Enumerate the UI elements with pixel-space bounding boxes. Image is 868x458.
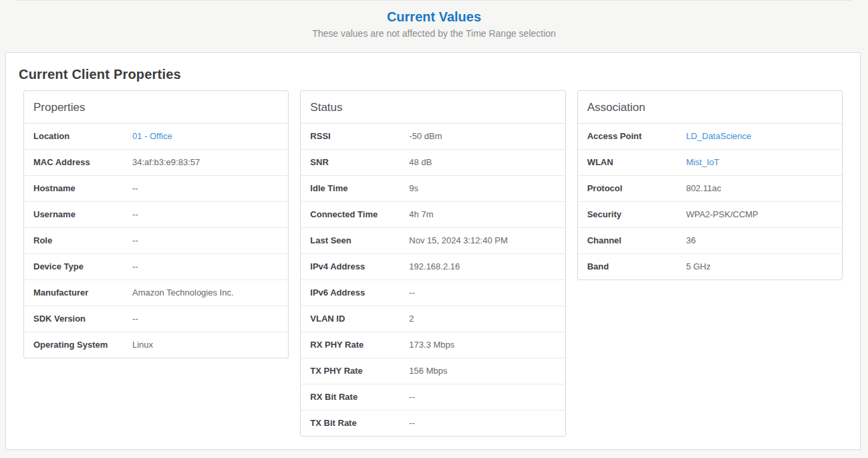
property-value: -- bbox=[409, 418, 415, 429]
card-heading: Current Client Properties bbox=[19, 66, 843, 82]
property-label: SNR bbox=[310, 157, 409, 168]
panel-status: Status RSSI -50 dBm SNR 48 dB Idle Time … bbox=[300, 90, 565, 437]
property-label: Connected Time bbox=[310, 209, 409, 220]
property-label: SDK Version bbox=[33, 314, 132, 324]
property-label: Protocol bbox=[587, 183, 686, 194]
panel-properties: Properties Location 01 - Office MAC Addr… bbox=[23, 90, 289, 358]
property-value: 156 Mbps bbox=[409, 366, 447, 376]
property-row: RX Bit Rate -- bbox=[301, 384, 565, 411]
page-subtitle: These values are not affected by the Tim… bbox=[0, 28, 868, 39]
property-row: Role -- bbox=[24, 228, 288, 254]
panel-title: Status bbox=[301, 91, 565, 124]
property-value: 36 bbox=[686, 235, 696, 246]
property-value: 2 bbox=[409, 314, 414, 324]
property-value: 48 dB bbox=[409, 157, 432, 168]
property-row: Location 01 - Office bbox=[24, 124, 288, 150]
property-label: IPv6 Address bbox=[310, 288, 409, 298]
property-label: Operating System bbox=[33, 340, 132, 350]
property-row: RX PHY Rate 173.3 Mbps bbox=[301, 332, 565, 358]
top-divider bbox=[17, 0, 852, 1]
property-row: Idle Time 9s bbox=[301, 176, 565, 202]
property-row: Band 5 GHz bbox=[578, 254, 842, 279]
property-value: 9s bbox=[409, 183, 418, 194]
property-label: IPv4 Address bbox=[310, 261, 409, 272]
property-label: WLAN bbox=[587, 157, 686, 168]
property-value: -- bbox=[132, 209, 138, 220]
property-row: IPv6 Address -- bbox=[301, 280, 565, 306]
property-value-link[interactable]: LD_DataScience bbox=[686, 131, 752, 142]
property-row: VLAN ID 2 bbox=[301, 306, 565, 332]
property-value: -- bbox=[409, 288, 415, 298]
property-row: Operating System Linux bbox=[24, 332, 288, 358]
property-row: SNR 48 dB bbox=[301, 150, 565, 176]
property-row: TX Bit Rate -- bbox=[301, 411, 565, 436]
property-value: 192.168.2.16 bbox=[409, 261, 460, 272]
panel-title: Association bbox=[578, 91, 842, 124]
property-value-link[interactable]: 01 - Office bbox=[132, 131, 172, 142]
property-label: Access Point bbox=[587, 131, 686, 142]
property-label: Channel bbox=[587, 235, 686, 246]
property-label: Username bbox=[33, 209, 132, 220]
property-row: TX PHY Rate 156 Mbps bbox=[301, 358, 565, 384]
property-row: Protocol 802.11ac bbox=[578, 176, 842, 202]
page-header: Current Values These values are not affe… bbox=[0, 0, 868, 39]
property-row: SDK Version -- bbox=[24, 306, 288, 332]
property-value: 173.3 Mbps bbox=[409, 340, 454, 350]
property-row: IPv4 Address 192.168.2.16 bbox=[301, 254, 565, 280]
property-value: -50 dBm bbox=[409, 131, 442, 142]
property-row: Connected Time 4h 7m bbox=[301, 202, 565, 228]
panel-title: Properties bbox=[24, 91, 288, 124]
property-label: Hostname bbox=[33, 183, 132, 194]
property-value: Amazon Technologies Inc. bbox=[132, 288, 234, 298]
property-row: Access Point LD_DataScience bbox=[578, 124, 842, 150]
property-row: Channel 36 bbox=[578, 228, 842, 254]
property-label: Idle Time bbox=[310, 183, 409, 194]
property-row: RSSI -50 dBm bbox=[301, 124, 565, 150]
property-row: Hostname -- bbox=[24, 176, 288, 202]
property-label: Location bbox=[33, 131, 132, 142]
property-label: Band bbox=[587, 261, 686, 272]
property-label: Security bbox=[587, 209, 686, 220]
property-row: WLAN Mist_IoT bbox=[578, 150, 842, 176]
property-value: Nov 15, 2024 3:12:40 PM bbox=[409, 235, 507, 246]
property-value: 5 GHz bbox=[686, 261, 711, 272]
property-value: 34:af:b3:e9:83:57 bbox=[132, 157, 200, 168]
property-row: Security WPA2-PSK/CCMP bbox=[578, 202, 842, 228]
property-label: Role bbox=[33, 235, 132, 246]
page-title: Current Values bbox=[0, 9, 868, 25]
property-value: 802.11ac bbox=[686, 183, 722, 194]
property-label: RX PHY Rate bbox=[310, 340, 409, 350]
property-label: TX Bit Rate bbox=[310, 418, 409, 429]
property-value: -- bbox=[132, 235, 138, 246]
property-label: Device Type bbox=[33, 261, 132, 272]
property-value: WPA2-PSK/CCMP bbox=[686, 209, 758, 220]
property-label: Manufacturer bbox=[33, 288, 132, 298]
property-label: TX PHY Rate bbox=[310, 366, 409, 376]
property-label: Last Seen bbox=[310, 235, 409, 246]
current-client-properties-card: Current Client Properties Properties Loc… bbox=[5, 52, 861, 450]
property-value-link[interactable]: Mist_IoT bbox=[686, 157, 720, 168]
property-value: -- bbox=[132, 314, 138, 324]
panel-association: Association Access Point LD_DataScience … bbox=[577, 90, 843, 280]
property-row: Device Type -- bbox=[24, 254, 288, 280]
property-value: -- bbox=[132, 183, 138, 194]
property-value: -- bbox=[132, 261, 138, 272]
property-label: MAC Address bbox=[33, 157, 132, 168]
property-row: MAC Address 34:af:b3:e9:83:57 bbox=[24, 150, 288, 176]
property-label: RX Bit Rate bbox=[310, 392, 409, 403]
property-value: Linux bbox=[132, 340, 153, 350]
property-label: VLAN ID bbox=[310, 314, 409, 324]
property-row: Username -- bbox=[24, 202, 288, 228]
property-row: Manufacturer Amazon Technologies Inc. bbox=[24, 280, 288, 306]
property-value: 4h 7m bbox=[409, 209, 433, 220]
property-row: Last Seen Nov 15, 2024 3:12:40 PM bbox=[301, 228, 565, 254]
property-value: -- bbox=[409, 392, 415, 403]
panels-container: Properties Location 01 - Office MAC Addr… bbox=[23, 90, 843, 437]
property-label: RSSI bbox=[310, 131, 409, 142]
